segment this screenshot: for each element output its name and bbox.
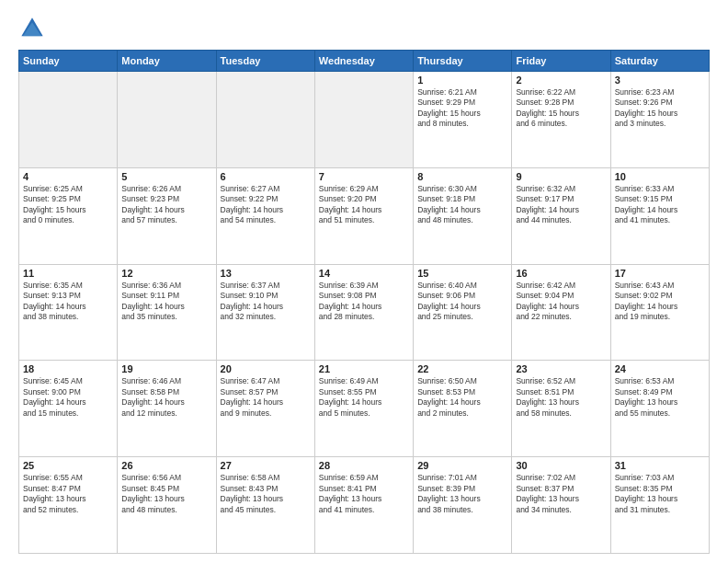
day-info: Sunrise: 6:49 AMSunset: 8:55 PMDaylight:… xyxy=(319,376,409,419)
day-info: Sunrise: 6:52 AMSunset: 8:51 PMDaylight:… xyxy=(516,376,606,419)
day-number: 15 xyxy=(417,268,507,279)
day-number: 19 xyxy=(121,363,211,374)
calendar-cell: 15Sunrise: 6:40 AMSunset: 9:06 PMDayligh… xyxy=(414,264,512,361)
day-number: 7 xyxy=(319,171,409,182)
calendar-cell: 10Sunrise: 6:33 AMSunset: 9:15 PMDayligh… xyxy=(610,167,709,264)
day-number: 31 xyxy=(615,460,705,471)
day-number: 28 xyxy=(319,460,409,471)
day-info: Sunrise: 6:23 AMSunset: 9:26 PMDaylight:… xyxy=(615,87,705,130)
calendar-body: 1Sunrise: 6:21 AMSunset: 9:29 PMDaylight… xyxy=(19,72,710,554)
day-number: 6 xyxy=(221,171,311,182)
calendar-cell: 24Sunrise: 6:53 AMSunset: 8:49 PMDayligh… xyxy=(610,361,709,457)
calendar-cell: 17Sunrise: 6:43 AMSunset: 9:02 PMDayligh… xyxy=(610,264,709,361)
day-info: Sunrise: 6:22 AMSunset: 9:28 PMDaylight:… xyxy=(516,87,606,130)
day-number: 10 xyxy=(615,171,705,182)
day-number: 13 xyxy=(221,268,311,279)
weekday-header-monday: Monday xyxy=(118,51,216,72)
calendar-week-row: 18Sunrise: 6:45 AMSunset: 9:00 PMDayligh… xyxy=(19,361,710,457)
calendar-cell: 2Sunrise: 6:22 AMSunset: 9:28 PMDaylight… xyxy=(512,72,610,168)
calendar-week-row: 4Sunrise: 6:25 AMSunset: 9:25 PMDaylight… xyxy=(19,167,710,264)
page: SundayMondayTuesdayWednesdayThursdayFrid… xyxy=(0,0,728,563)
calendar-cell: 1Sunrise: 6:21 AMSunset: 9:29 PMDaylight… xyxy=(414,72,512,168)
day-info: Sunrise: 6:47 AMSunset: 8:57 PMDaylight:… xyxy=(221,376,311,419)
day-info: Sunrise: 7:01 AMSunset: 8:39 PMDaylight:… xyxy=(417,473,507,515)
day-info: Sunrise: 6:42 AMSunset: 9:04 PMDaylight:… xyxy=(516,281,606,323)
day-info: Sunrise: 7:03 AMSunset: 8:35 PMDaylight:… xyxy=(615,473,705,515)
calendar-cell xyxy=(118,72,216,168)
day-info: Sunrise: 6:25 AMSunset: 9:25 PMDaylight:… xyxy=(23,184,113,226)
calendar-cell xyxy=(19,72,118,168)
day-number: 29 xyxy=(417,460,507,471)
day-info: Sunrise: 6:32 AMSunset: 9:17 PMDaylight:… xyxy=(516,184,606,226)
day-info: Sunrise: 6:56 AMSunset: 8:45 PMDaylight:… xyxy=(121,473,211,515)
calendar-cell: 26Sunrise: 6:56 AMSunset: 8:45 PMDayligh… xyxy=(118,457,216,554)
day-number: 22 xyxy=(417,363,507,374)
calendar-cell: 3Sunrise: 6:23 AMSunset: 9:26 PMDaylight… xyxy=(610,72,709,168)
calendar-week-row: 25Sunrise: 6:55 AMSunset: 8:47 PMDayligh… xyxy=(19,457,710,554)
day-info: Sunrise: 6:36 AMSunset: 9:11 PMDaylight:… xyxy=(121,281,211,323)
day-number: 17 xyxy=(615,268,705,279)
calendar-cell xyxy=(314,72,413,168)
calendar-cell xyxy=(216,72,314,168)
day-number: 8 xyxy=(417,171,507,182)
day-number: 9 xyxy=(516,171,606,182)
day-info: Sunrise: 6:40 AMSunset: 9:06 PMDaylight:… xyxy=(417,281,507,323)
day-number: 12 xyxy=(121,268,211,279)
weekday-header-thursday: Thursday xyxy=(414,51,512,72)
calendar-cell: 22Sunrise: 6:50 AMSunset: 8:53 PMDayligh… xyxy=(414,361,512,457)
calendar-week-row: 11Sunrise: 6:35 AMSunset: 9:13 PMDayligh… xyxy=(19,264,710,361)
day-info: Sunrise: 6:30 AMSunset: 9:18 PMDaylight:… xyxy=(417,184,507,226)
weekday-header-friday: Friday xyxy=(512,51,610,72)
day-number: 20 xyxy=(221,363,311,374)
day-number: 23 xyxy=(516,363,606,374)
calendar-cell: 12Sunrise: 6:36 AMSunset: 9:11 PMDayligh… xyxy=(118,264,216,361)
day-info: Sunrise: 6:39 AMSunset: 9:08 PMDaylight:… xyxy=(319,281,409,323)
day-info: Sunrise: 6:33 AMSunset: 9:15 PMDaylight:… xyxy=(615,184,705,226)
day-info: Sunrise: 6:29 AMSunset: 9:20 PMDaylight:… xyxy=(319,184,409,226)
calendar-cell: 27Sunrise: 6:58 AMSunset: 8:43 PMDayligh… xyxy=(216,457,314,554)
calendar-cell: 28Sunrise: 6:59 AMSunset: 8:41 PMDayligh… xyxy=(314,457,413,554)
calendar-cell: 7Sunrise: 6:29 AMSunset: 9:20 PMDaylight… xyxy=(314,167,413,264)
calendar-cell: 4Sunrise: 6:25 AMSunset: 9:25 PMDaylight… xyxy=(19,167,118,264)
weekday-header-saturday: Saturday xyxy=(610,51,709,72)
day-info: Sunrise: 6:46 AMSunset: 8:58 PMDaylight:… xyxy=(121,376,211,419)
calendar-cell: 11Sunrise: 6:35 AMSunset: 9:13 PMDayligh… xyxy=(19,264,118,361)
day-info: Sunrise: 6:35 AMSunset: 9:13 PMDaylight:… xyxy=(23,281,113,323)
calendar-cell: 20Sunrise: 6:47 AMSunset: 8:57 PMDayligh… xyxy=(216,361,314,457)
logo xyxy=(18,15,51,42)
day-number: 14 xyxy=(319,268,409,279)
day-number: 26 xyxy=(121,460,211,471)
day-info: Sunrise: 6:21 AMSunset: 9:29 PMDaylight:… xyxy=(417,87,507,130)
weekday-header-row: SundayMondayTuesdayWednesdayThursdayFrid… xyxy=(19,51,710,72)
calendar-cell: 30Sunrise: 7:02 AMSunset: 8:37 PMDayligh… xyxy=(512,457,610,554)
day-number: 27 xyxy=(221,460,311,471)
calendar-cell: 6Sunrise: 6:27 AMSunset: 9:22 PMDaylight… xyxy=(216,167,314,264)
calendar-cell: 31Sunrise: 7:03 AMSunset: 8:35 PMDayligh… xyxy=(610,457,709,554)
day-number: 5 xyxy=(121,171,211,182)
weekday-header-sunday: Sunday xyxy=(19,51,118,72)
day-info: Sunrise: 6:27 AMSunset: 9:22 PMDaylight:… xyxy=(221,184,311,226)
calendar-table: SundayMondayTuesdayWednesdayThursdayFrid… xyxy=(18,50,710,554)
day-info: Sunrise: 6:43 AMSunset: 9:02 PMDaylight:… xyxy=(615,281,705,323)
calendar-cell: 14Sunrise: 6:39 AMSunset: 9:08 PMDayligh… xyxy=(314,264,413,361)
day-info: Sunrise: 6:59 AMSunset: 8:41 PMDaylight:… xyxy=(319,473,409,515)
calendar-cell: 25Sunrise: 6:55 AMSunset: 8:47 PMDayligh… xyxy=(19,457,118,554)
day-info: Sunrise: 7:02 AMSunset: 8:37 PMDaylight:… xyxy=(516,473,606,515)
calendar-week-row: 1Sunrise: 6:21 AMSunset: 9:29 PMDaylight… xyxy=(19,72,710,168)
calendar-cell: 16Sunrise: 6:42 AMSunset: 9:04 PMDayligh… xyxy=(512,264,610,361)
weekday-header-tuesday: Tuesday xyxy=(216,51,314,72)
logo-icon xyxy=(18,15,46,42)
day-info: Sunrise: 6:26 AMSunset: 9:23 PMDaylight:… xyxy=(121,184,211,226)
day-number: 21 xyxy=(319,363,409,374)
day-info: Sunrise: 6:50 AMSunset: 8:53 PMDaylight:… xyxy=(417,376,507,419)
day-number: 25 xyxy=(23,460,113,471)
day-number: 16 xyxy=(516,268,606,279)
day-number: 18 xyxy=(23,363,113,374)
calendar-cell: 29Sunrise: 7:01 AMSunset: 8:39 PMDayligh… xyxy=(414,457,512,554)
day-info: Sunrise: 6:45 AMSunset: 9:00 PMDaylight:… xyxy=(23,376,113,419)
day-number: 3 xyxy=(615,75,705,86)
weekday-header-wednesday: Wednesday xyxy=(314,51,413,72)
calendar-cell: 13Sunrise: 6:37 AMSunset: 9:10 PMDayligh… xyxy=(216,264,314,361)
day-info: Sunrise: 6:37 AMSunset: 9:10 PMDaylight:… xyxy=(221,281,311,323)
calendar-cell: 9Sunrise: 6:32 AMSunset: 9:17 PMDaylight… xyxy=(512,167,610,264)
